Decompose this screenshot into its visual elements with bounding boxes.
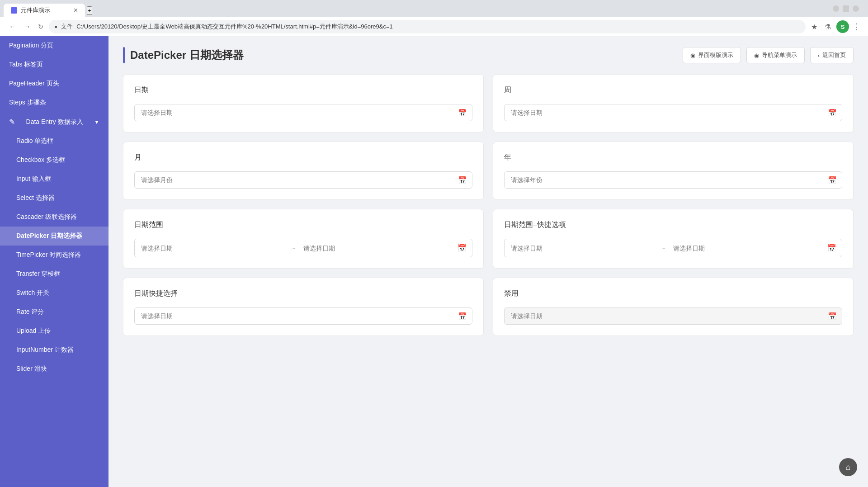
app-layout: Pagination 分页 Tabs 标签页 PageHeader 页头 Ste… (0, 36, 868, 487)
sidebar-item-pagination[interactable]: Pagination 分页 (0, 36, 108, 55)
demo-card-date-range-quick-title: 日期范围–快捷选项 (504, 220, 842, 230)
browser-chrome: 元件库演示 × + ← → ↻ ● 文件 C:/Users/20120/Desk… (0, 0, 868, 36)
reload-button[interactable]: ↻ (36, 21, 45, 32)
date-input-wrapper-week: 📅 (504, 104, 842, 121)
sidebar-item-label: Tabs 标签页 (9, 61, 43, 69)
back-button[interactable]: ← (7, 21, 18, 33)
date-input-quick[interactable] (134, 307, 472, 325)
sidebar-item-upload[interactable]: Upload 上传 (0, 322, 108, 340)
sidebar-item-radio[interactable]: Radio 单选框 (0, 132, 108, 151)
chevron-down-icon: ▼ (94, 119, 99, 125)
url-protocol-label: 文件 (61, 23, 73, 31)
date-range-end-2[interactable] (667, 240, 822, 256)
date-input-wrapper-disabled: 📅 (504, 307, 842, 325)
sidebar-item-input[interactable]: Input 输入框 (0, 170, 108, 189)
demo-card-disabled-title: 禁用 (504, 289, 842, 298)
browser-tab-active[interactable]: 元件库演示 × (4, 4, 85, 17)
sidebar-item-label: Transfer 穿梭框 (16, 270, 61, 278)
sidebar-item-label: Select 选择器 (16, 194, 55, 202)
date-input-month[interactable] (134, 171, 472, 189)
sidebar-item-rate[interactable]: Rate 评分 (0, 303, 108, 322)
sidebar-item-datepicker[interactable]: DatePicker 日期选择器 (0, 227, 108, 246)
demo-card-date-quick-title: 日期快捷选择 (134, 289, 472, 298)
address-bar: ← → ↻ ● 文件 C:/Users/20120/Desktop/史上最全We… (0, 17, 868, 36)
demo-card-date-range-quick: 日期范围–快捷选项 ~ 📅 (493, 209, 854, 269)
eye-icon: ◉ (690, 52, 695, 59)
page-title: DatePicker 日期选择器 (130, 48, 244, 62)
sidebar-item-label: Upload 上传 (16, 327, 51, 335)
sidebar-item-label: Radio 单选框 (16, 137, 53, 145)
back-home-label: 返回首页 (822, 51, 846, 59)
demo-card-week: 周 📅 (493, 74, 854, 132)
edit-icon: ✎ (9, 118, 15, 126)
demo-card-date-range-title: 日期范围 (134, 220, 472, 230)
sidebar-item-tabs[interactable]: Tabs 标签页 (0, 55, 108, 74)
sidebar-item-select[interactable]: Select 选择器 (0, 189, 108, 208)
sidebar-item-slider[interactable]: Slider 滑块 (0, 359, 108, 378)
home-icon: ⌂ (846, 463, 851, 472)
demo-card-date-title: 日期 (134, 85, 472, 95)
bookmark-button[interactable]: ★ (809, 21, 819, 33)
date-input-disabled (504, 307, 842, 325)
sidebar-item-switch[interactable]: Switch 开关 (0, 284, 108, 303)
sidebar-item-label: Pagination 分页 (9, 42, 53, 50)
tab-title: 元件库演示 (21, 6, 50, 14)
sidebar-item-checkbox[interactable]: Checkbox 多选框 (0, 151, 108, 170)
extensions-button[interactable]: ⚗ (823, 21, 833, 33)
demo-card-year: 年 📅 (493, 142, 854, 200)
sidebar-item-label: PageHeader 页头 (9, 80, 59, 88)
window-minimize[interactable] (833, 5, 839, 12)
demo-card-month-title: 月 (134, 153, 472, 162)
page-title-accent (123, 47, 125, 63)
range-separator-1: ~ (290, 245, 297, 252)
date-range-end-1[interactable] (297, 240, 452, 256)
sidebar-item-label: Rate 评分 (16, 308, 44, 316)
sidebar-item-cascader[interactable]: Cascader 级联选择器 (0, 208, 108, 227)
eye-icon-2: ◉ (754, 52, 759, 59)
date-input-date[interactable] (134, 104, 472, 121)
sidebar-item-pageheader[interactable]: PageHeader 页头 (0, 74, 108, 93)
sidebar-item-label: Cascader 级联选择器 (16, 213, 77, 221)
sidebar-item-transfer[interactable]: Transfer 穿梭框 (0, 265, 108, 284)
window-close[interactable] (853, 5, 859, 12)
sidebar-item-label: InputNumber 计数器 (16, 346, 74, 354)
url-protocol-icon: ● (54, 24, 57, 30)
range-separator-2: ~ (660, 245, 667, 252)
sidebar-item-steps[interactable]: Steps 步骤条 (0, 93, 108, 112)
demo-card-date-range: 日期范围 ~ 📅 (123, 209, 484, 269)
profile-button[interactable]: S (836, 20, 849, 33)
sidebar-item-label: Input 输入框 (16, 175, 51, 183)
url-bar[interactable]: ● 文件 C:/Users/20120/Desktop/史上最全Web端高保真动… (49, 20, 806, 33)
back-icon: ‹ (818, 52, 820, 59)
header-actions: ◉ 界面模版演示 ◉ 导航菜单演示 ‹ 返回首页 (683, 47, 854, 63)
sidebar-item-timepicker[interactable]: TimePicker 时间选择器 (0, 246, 108, 265)
menu-button[interactable]: ⋮ (853, 22, 861, 32)
date-range-start-1[interactable] (135, 240, 290, 256)
demo-card-month: 月 📅 (123, 142, 484, 200)
scroll-to-top-button[interactable]: ⌂ (839, 458, 857, 476)
tab-favicon (11, 7, 17, 14)
ui-demo-button[interactable]: ◉ 界面模版演示 (683, 47, 741, 63)
nav-demo-button[interactable]: ◉ 导航菜单演示 (746, 47, 805, 63)
page-header: DatePicker 日期选择器 ◉ 界面模版演示 ◉ 导航菜单演示 ‹ 返回首… (123, 47, 854, 63)
forward-button[interactable]: → (22, 21, 33, 33)
tab-close-button[interactable]: × (74, 7, 78, 14)
sidebar-item-label: Steps 步骤条 (9, 99, 46, 107)
date-range-wrapper-1: ~ 📅 (134, 239, 472, 257)
new-tab-button[interactable]: + (87, 6, 92, 15)
window-maximize[interactable] (843, 5, 849, 12)
sidebar-item-label: Slider 滑块 (16, 365, 47, 373)
demo-grid: 日期 📅 周 📅 月 📅 (123, 74, 854, 336)
date-input-week[interactable] (504, 104, 842, 121)
date-range-wrapper-2: ~ 📅 (504, 239, 842, 257)
sidebar-item-label: Switch 开关 (16, 289, 49, 297)
demo-card-year-title: 年 (504, 153, 842, 162)
date-range-start-2[interactable] (505, 240, 660, 256)
date-input-wrapper-year: 📅 (504, 171, 842, 189)
date-input-year[interactable] (504, 171, 842, 189)
back-home-button[interactable]: ‹ 返回首页 (810, 47, 854, 63)
page-title-container: DatePicker 日期选择器 (123, 47, 244, 63)
sidebar-item-inputnumber[interactable]: InputNumber 计数器 (0, 340, 108, 359)
main-content: DatePicker 日期选择器 ◉ 界面模版演示 ◉ 导航菜单演示 ‹ 返回首… (108, 36, 868, 487)
sidebar-item-data-entry[interactable]: ✎ Data Entry 数据录入 ▼ (0, 112, 108, 132)
